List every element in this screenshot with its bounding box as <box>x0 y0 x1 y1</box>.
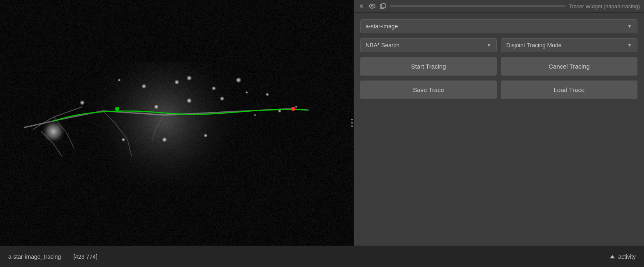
mode-dropdown-value: Disjoint Tracing Mode <box>506 42 562 48</box>
coords-label: [423 774] <box>73 253 97 260</box>
widget-titlebar: ✕ Tracer Widget (napari-tracing) <box>354 0 644 13</box>
cancel-tracing-button[interactable]: Cancel Tracing <box>501 57 637 76</box>
filename-label: a-star-image_tracing <box>8 253 61 260</box>
activity-label: activity <box>618 253 636 260</box>
svg-point-1 <box>371 5 373 7</box>
image-dropdown-value: a-star-image <box>366 23 398 30</box>
close-icon[interactable]: ✕ <box>358 2 365 10</box>
neuron-canvas <box>0 0 354 246</box>
load-trace-button[interactable]: Load Trace <box>501 81 637 99</box>
tracing-action-row: Start Tracing Cancel Tracing <box>360 57 637 76</box>
search-dropdown-value: NBA* Search <box>366 42 399 48</box>
search-mode-row: NBA* Search ▼ Disjoint Tracing Mode ▼ <box>360 38 637 52</box>
search-dropdown-arrow: ▼ <box>486 42 491 48</box>
image-dropdown[interactable]: a-star-image ▼ <box>360 19 637 33</box>
widget-title: Tracer Widget (napari-tracing) <box>569 3 640 9</box>
svg-rect-3 <box>382 4 385 8</box>
image-dropdown-arrow: ▼ <box>627 23 632 29</box>
dot3 <box>351 125 353 127</box>
search-dropdown[interactable]: NBA* Search ▼ <box>360 38 497 52</box>
eye-icon[interactable] <box>368 2 376 10</box>
title-slider <box>390 5 565 7</box>
bottom-left: a-star-image_tracing [423 774] <box>8 253 97 260</box>
panel-resize-handle[interactable] <box>350 117 354 129</box>
svg-point-0 <box>369 4 375 8</box>
widget-panel: ✕ Tracer Widget (napari-tracing) a-star- <box>354 0 644 246</box>
dot1 <box>351 119 353 120</box>
start-tracing-button[interactable]: Start Tracing <box>360 57 497 76</box>
save-load-row: Save Trace Load Trace <box>360 81 637 99</box>
mode-dropdown-arrow: ▼ <box>627 42 632 48</box>
widget-body: a-star-image ▼ NBA* Search ▼ Disjoint Tr… <box>354 13 644 106</box>
activity-button[interactable]: activity <box>610 253 636 260</box>
save-trace-button[interactable]: Save Trace <box>360 81 497 99</box>
dot2 <box>351 122 353 124</box>
mode-dropdown[interactable]: Disjoint Tracing Mode ▼ <box>501 38 637 52</box>
main-content: ✕ Tracer Widget (napari-tracing) a-star- <box>0 0 644 246</box>
image-panel <box>0 0 354 246</box>
bottom-bar: a-star-image_tracing [423 774] activity <box>0 246 644 267</box>
chevron-up-icon <box>610 255 615 258</box>
copy-icon[interactable] <box>379 2 387 10</box>
